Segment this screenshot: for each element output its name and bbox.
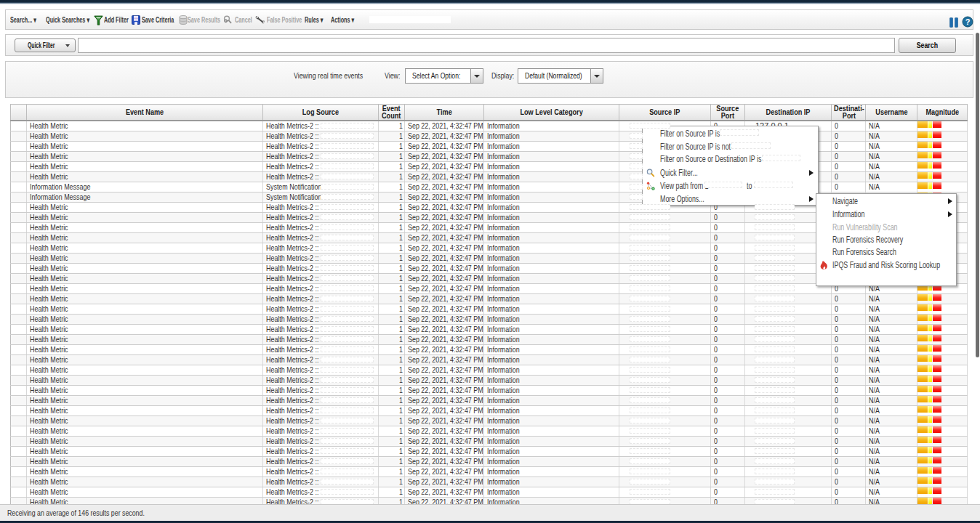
- svg-text:?: ?: [965, 17, 971, 26]
